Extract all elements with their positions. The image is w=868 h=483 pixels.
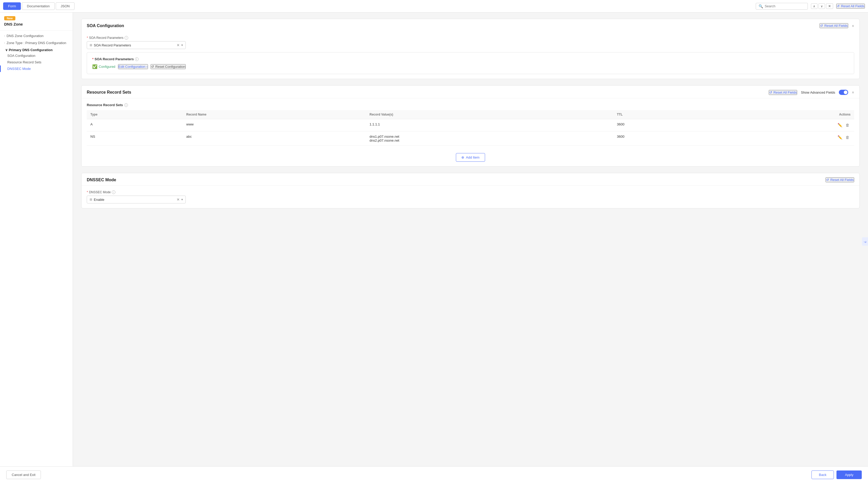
arrow-icon: › xyxy=(4,34,5,37)
nav-close-button[interactable]: ✕ xyxy=(826,3,833,9)
row2-delete-button[interactable]: 🗑 xyxy=(844,135,850,140)
search-input[interactable] xyxy=(765,4,805,8)
sidebar: New DNS Zone › DNS Zone Configuration › … xyxy=(0,12,73,483)
dnssec-section-header: DNSSEC Mode ↺ Reset All Fields xyxy=(82,173,859,186)
check-circle-icon: ✅ xyxy=(92,64,97,69)
dnssec-section-title: DNSSEC Mode xyxy=(87,178,116,182)
row2-record-value: dns1.p07.nsone.net dns2.p07.nsone.net xyxy=(366,132,613,146)
row1-actions: ✏️ 🗑 xyxy=(712,119,854,132)
apply-button[interactable]: Apply xyxy=(836,471,862,479)
dnssec-reset-button[interactable]: ↺ Reset All Fields xyxy=(826,177,854,182)
row1-edit-button[interactable]: ✏️ xyxy=(836,122,843,128)
reset-icon-soa: ↺ xyxy=(820,24,823,28)
help-icon: ? xyxy=(863,241,867,243)
bottom-bar: Cancel and Exit Back Apply xyxy=(0,466,868,483)
soa-section-body: * SOA Record Parameters i ⊞ SOA Record P… xyxy=(82,31,859,79)
soa-collapse-icon[interactable]: ∧ xyxy=(852,24,854,28)
soa-clear-button[interactable]: ✕ xyxy=(177,43,180,47)
edit-configuration-button[interactable]: Edit Configuration › xyxy=(118,64,148,69)
sidebar-item-dnssec-mode[interactable]: DNSSEC Mode xyxy=(0,65,73,72)
rrs-section-body: Resource Record Sets i Type Record Name … xyxy=(82,98,859,166)
row1-record-value: 1.1.1.1 xyxy=(366,119,613,132)
dnssec-section-body: * DNSSEC Mode i ⊞ Enable ✕ ▾ xyxy=(82,186,859,208)
sidebar-group-primary-dns[interactable]: ∨ Primary DNS Configuration xyxy=(0,47,73,52)
soa-section-title: SOA Configuration xyxy=(87,24,124,28)
soa-inner-info-icon[interactable]: i xyxy=(135,57,138,61)
grid-icon-soa: ⊞ xyxy=(90,43,92,47)
reset-icon: ↺ xyxy=(837,4,840,8)
row1-ttl: 3600 xyxy=(613,119,712,132)
advanced-fields-toggle[interactable] xyxy=(839,90,848,95)
dnssec-info-icon[interactable]: i xyxy=(112,190,115,194)
row2-ttl: 3600 xyxy=(613,132,712,146)
soa-select-field[interactable]: ⊞ SOA Record Parameters ✕ ▾ xyxy=(87,41,186,49)
row2-actions: ✏️ 🗑 xyxy=(712,132,854,146)
soa-info-icon[interactable]: i xyxy=(125,36,128,40)
col-record-value: Record Value(s) xyxy=(366,110,613,119)
rrs-collapse-icon[interactable]: ∧ xyxy=(852,90,854,94)
dnssec-mode-section: DNSSEC Mode ↺ Reset All Fields * DNSSEC … xyxy=(81,173,860,208)
main-layout: New DNS Zone › DNS Zone Configuration › … xyxy=(0,12,868,483)
rrs-section-header: Resource Record Sets ↺ Reset All Fields … xyxy=(82,86,859,98)
dnssec-header-actions: ↺ Reset All Fields xyxy=(826,177,854,182)
reset-configuration-button[interactable]: ↺ Reset Configuration xyxy=(151,64,186,69)
grid-icon-dnssec: ⊞ xyxy=(90,198,92,201)
dnssec-dropdown-arrow[interactable]: ▾ xyxy=(181,198,183,201)
tab-documentation[interactable]: Documentation xyxy=(22,2,55,10)
col-actions: Actions xyxy=(712,110,854,119)
sidebar-title: DNS Zone xyxy=(0,22,73,29)
show-advanced-label: Show Advanced Fields xyxy=(801,90,835,94)
dnssec-clear-button[interactable]: ✕ xyxy=(177,197,180,202)
rrs-table: Type Record Name Record Value(s) TTL Act… xyxy=(87,110,854,146)
arrow-icon-2: › xyxy=(4,41,5,44)
soa-dropdown-arrow[interactable]: ▾ xyxy=(181,43,183,47)
soa-section-header: SOA Configuration ↺ Reset All Fields ∧ xyxy=(82,19,859,31)
reset-icon-dnssec: ↺ xyxy=(826,178,829,182)
tab-json[interactable]: JSON xyxy=(56,2,75,10)
row2-record-name: abc xyxy=(183,132,366,146)
resource-record-sets-section: Resource Record Sets ↺ Reset All Fields … xyxy=(81,85,860,167)
sidebar-item-resource-record-sets[interactable]: Resource Record Sets xyxy=(0,59,73,65)
col-type: Type xyxy=(87,110,183,119)
rrs-table-body: A www 1.1.1.1 3600 ✏️ 🗑 NS abc xyxy=(87,119,854,146)
chevron-right-icon: › xyxy=(146,65,148,68)
content-area: SOA Configuration ↺ Reset All Fields ∧ *… xyxy=(73,12,868,483)
tab-form[interactable]: Form xyxy=(3,2,21,10)
sidebar-item-dns-zone-config[interactable]: › DNS Zone Configuration xyxy=(0,32,73,39)
dnssec-select-value: Enable xyxy=(94,198,175,202)
rrs-header-actions: ↺ Reset All Fields Show Advanced Fields … xyxy=(769,90,854,95)
back-button[interactable]: Back xyxy=(811,471,834,479)
nav-up-button[interactable]: ∧ xyxy=(811,3,817,9)
sidebar-item-soa-config[interactable]: SOA Configuration xyxy=(0,52,73,59)
dnssec-field-label: * DNSSEC Mode i xyxy=(87,190,854,194)
new-badge: New xyxy=(4,16,16,20)
table-row: NS abc dns1.p07.nsone.net dns2.p07.nsone… xyxy=(87,132,854,146)
row1-type: A xyxy=(87,119,183,132)
sidebar-item-zone-type[interactable]: › Zone Type : Primary DNS Configuration xyxy=(0,39,73,47)
dnssec-select-field[interactable]: ⊞ Enable ✕ ▾ xyxy=(87,196,186,203)
rrs-info-icon[interactable]: i xyxy=(124,103,128,107)
help-bubble[interactable]: ? xyxy=(862,237,868,246)
soa-reset-button[interactable]: ↺ Reset All Fields xyxy=(819,23,848,28)
reset-all-top-button[interactable]: ↺ Reset All Fields xyxy=(836,4,865,9)
row2-edit-button[interactable]: ✏️ xyxy=(836,135,843,140)
soa-inner-title: * SOA Record Parameters i xyxy=(92,57,849,61)
rrs-section-title: Resource Record Sets xyxy=(87,90,131,95)
configured-row: ✅ Configured Edit Configuration › ↺ Rese… xyxy=(92,64,849,69)
rrs-reset-button[interactable]: ↺ Reset All Fields xyxy=(769,90,797,95)
soa-select-value: SOA Record Parameters xyxy=(94,43,175,47)
cancel-exit-button[interactable]: Cancel and Exit xyxy=(6,471,41,479)
table-row: A www 1.1.1.1 3600 ✏️ 🗑 xyxy=(87,119,854,132)
add-icon: ⊕ xyxy=(461,155,464,159)
rrs-table-label-row: Resource Record Sets i xyxy=(87,103,854,107)
row1-delete-button[interactable]: 🗑 xyxy=(844,122,850,128)
search-box: 🔍 xyxy=(756,3,808,10)
nav-down-button[interactable]: ∨ xyxy=(818,3,825,9)
reset-icon-rrs: ↺ xyxy=(769,90,772,94)
reset-config-icon: ↺ xyxy=(151,65,154,68)
soa-configuration-section: SOA Configuration ↺ Reset All Fields ∧ *… xyxy=(81,19,860,79)
col-record-name: Record Name xyxy=(183,110,366,119)
search-icon: 🔍 xyxy=(758,4,763,8)
add-item-button[interactable]: ⊕ Add Item xyxy=(456,153,485,162)
row2-type: NS xyxy=(87,132,183,146)
